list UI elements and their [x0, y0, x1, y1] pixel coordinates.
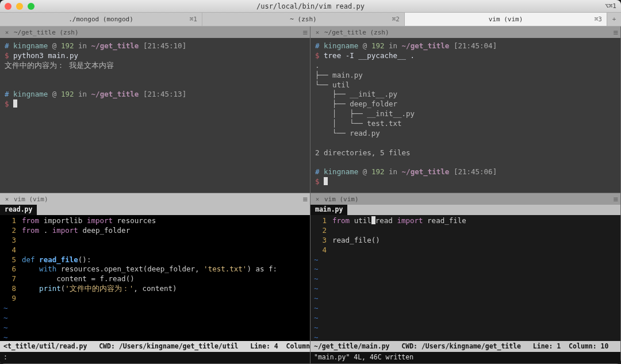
window-titlebar: /usr/local/bin/vim read.py ⌥⌘1 [0, 0, 621, 13]
cursor [324, 177, 328, 185]
vim-cmdline[interactable]: : [0, 352, 310, 363]
tab-label: vim (vim) [489, 16, 523, 23]
window-title: /usr/local/bin/vim read.py [0, 2, 621, 10]
terminal-output[interactable]: # kingname @ 192 in ~/get_title [21:45:0… [310, 38, 620, 193]
pane-vim-left: × vim (vim) ≡ read.py 1from importlib im… [0, 193, 310, 364]
pane-shell-left: × ~/get_title (zsh) ≡ # kingname @ 192 i… [0, 26, 310, 193]
tab-shortcut: ⌘1 [190, 16, 197, 23]
pane-titlebar: × ~/get_title (zsh) ≡ [0, 26, 310, 38]
close-icon[interactable]: × [2, 196, 12, 203]
pane-title: vim (vim) [14, 196, 48, 203]
editor-tab[interactable]: read.py [0, 205, 37, 215]
pane-vim-right: × vim (vim) ≡ main.py 1from utilread imp… [310, 193, 621, 364]
panes-grid: × ~/get_title (zsh) ≡ # kingname @ 192 i… [0, 26, 621, 364]
tab-label: ./mongod (mongod) [68, 16, 133, 23]
menu-icon[interactable]: ≡ [303, 194, 308, 204]
vim-editor[interactable]: read.py 1from importlib import resources… [0, 205, 310, 363]
close-icon[interactable]: × [2, 29, 12, 36]
terminal-output[interactable]: # kingname @ 192 in ~/get_title [21:45:1… [0, 38, 310, 193]
vim-editor[interactable]: main.py 1from utilread import read_file … [310, 205, 620, 363]
editor-body[interactable]: 1from utilread import read_file 2 3read_… [310, 215, 620, 341]
tab-mongod[interactable]: ./mongod (mongod) ⌘1 [0, 13, 202, 26]
editor-tabbar: main.py [310, 205, 620, 215]
tab-label: ~ (zsh) [290, 16, 316, 23]
pane-shell-right: × ~/get_title (zsh) ≡ # kingname @ 192 i… [310, 26, 621, 193]
traffic-lights [5, 3, 34, 10]
minimize-button[interactable] [16, 3, 23, 10]
close-button[interactable] [5, 3, 12, 10]
editor-body[interactable]: 1from importlib import resources 2from .… [0, 215, 310, 341]
menu-icon[interactable]: ≡ [614, 194, 618, 204]
pane-title: ~/get_title (zsh) [14, 29, 79, 36]
pane-titlebar: × vim (vim) ≡ [310, 193, 620, 205]
cursor [13, 99, 17, 108]
editor-tab[interactable]: main.py [310, 205, 347, 215]
pane-title: ~/get_title (zsh) [324, 29, 389, 36]
close-icon[interactable]: × [313, 196, 322, 203]
vim-message: "main.py" 4L, 46C written [310, 352, 620, 363]
zoom-button[interactable] [28, 3, 34, 10]
new-tab-button[interactable]: + [607, 13, 621, 26]
tab-shortcut: ⌘3 [595, 16, 602, 23]
cursor [371, 216, 375, 224]
pane-titlebar: × vim (vim) ≡ [0, 193, 310, 205]
tab-shortcut: ⌘2 [392, 16, 400, 23]
vim-statusline: <t_title/util/read.py CWD: /Users/kingna… [0, 341, 310, 352]
pane-titlebar: × ~/get_title (zsh) ≡ [310, 26, 620, 38]
window-indicator: ⌥⌘1 [605, 2, 616, 10]
menu-icon[interactable]: ≡ [303, 28, 308, 37]
menu-icon[interactable]: ≡ [614, 28, 618, 37]
tab-zsh[interactable]: ~ (zsh) ⌘2 [202, 13, 405, 26]
tab-bar: ./mongod (mongod) ⌘1 ~ (zsh) ⌘2 vim (vim… [0, 13, 621, 26]
editor-tabbar: read.py [0, 205, 310, 215]
vim-statusline: ~/get_title/main.py CWD: /Users/kingname… [310, 341, 620, 352]
pane-title: vim (vim) [324, 196, 359, 203]
tab-vim[interactable]: vim (vim) ⌘3 [405, 13, 607, 26]
close-icon[interactable]: × [313, 29, 322, 36]
